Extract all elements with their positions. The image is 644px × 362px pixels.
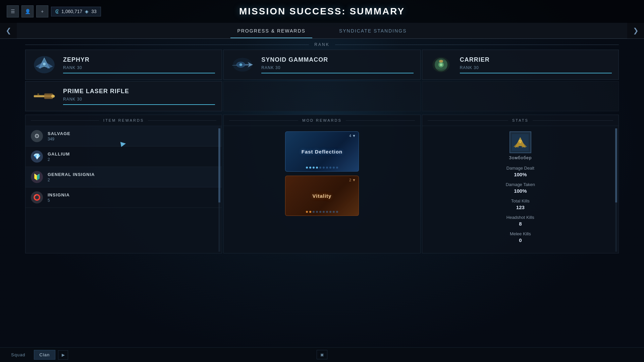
currency-amount: 1,060,717	[61, 9, 82, 14]
rank-item-zephyr: ZEPHYR RANK 30	[25, 50, 222, 80]
expand-icon: ▶	[62, 353, 65, 357]
mod-dot	[306, 211, 308, 213]
platinum-amount: 33	[91, 9, 97, 14]
prime-laser-rank-bar	[63, 104, 215, 105]
zephyr-rank: RANK 30	[63, 65, 215, 70]
nav-right-arrow[interactable]: ❯	[627, 22, 644, 39]
rank-header-line-right	[335, 45, 619, 45]
rank-item-empty-1	[223, 81, 420, 111]
list-item: 🔰 GENERAL INSIGNIA 2	[25, 167, 222, 187]
carrier-name: CARRIER	[460, 56, 612, 63]
list-item: 💎 GALLIUM 2	[25, 146, 222, 167]
mod-dot	[319, 211, 321, 213]
mod-rewards-content: 4 ▼ Fast Deflection	[224, 126, 420, 221]
mod-dot	[326, 167, 328, 169]
damage-taken-value: 100%	[429, 188, 612, 194]
svg-point-8	[440, 63, 442, 66]
prime-laser-rank-fill	[63, 104, 215, 105]
center-window-button[interactable]: ▣	[317, 350, 327, 359]
synoid-rank-bar	[261, 73, 413, 73]
mod-dot	[323, 167, 325, 169]
gallium-name: GALLIUM	[48, 152, 216, 157]
stats-header: STATS	[422, 115, 619, 126]
stats-section-label: STATS	[512, 118, 529, 122]
zephyr-rank-bar	[63, 73, 215, 73]
svg-point-4	[239, 63, 242, 66]
prime-laser-name: PRIME LASER RIFLE	[63, 88, 215, 95]
tab-syndicate-standings[interactable]: SYNDICATE STANDINGS	[332, 24, 414, 38]
item-rewards-label: ITEM REWARDS	[103, 118, 144, 122]
general-insignia-icon: 🔰	[31, 171, 43, 183]
stat-total-kills: Total Kills 123	[429, 198, 612, 210]
player-name: Зомбобер	[509, 155, 532, 160]
mod-dot	[326, 211, 328, 213]
item-rewards-scrollbar[interactable]	[218, 128, 220, 252]
synoid-info: SYNOID GAMMACOR RANK 30	[261, 56, 413, 73]
mod-dot	[333, 211, 335, 213]
total-kills-value: 123	[429, 204, 612, 210]
tab-progress-rewards[interactable]: PROGRESS & REWARDS	[230, 24, 312, 38]
vitality-name: Vitality	[313, 193, 332, 199]
player-avatar: Зомбобер	[429, 131, 612, 160]
vitality-rank: 2 ▼	[349, 178, 356, 182]
window-icon: ▣	[320, 353, 324, 357]
stat-damage-taken: Damage Taken 100%	[429, 182, 612, 194]
rank-section: RANK ZEPHYR RANK 30	[25, 42, 619, 111]
general-insignia-count: 2	[48, 178, 216, 182]
stats-scrollbar[interactable]	[615, 128, 617, 252]
stats-scrollbar-thumb	[615, 128, 617, 202]
stats-content: Зомбобер Damage Dealt 100% Damage Taken …	[422, 126, 619, 253]
mod-card-vitality[interactable]: 2 ▼ Vitality	[285, 176, 359, 216]
gallium-details: GALLIUM 2	[48, 152, 216, 162]
bottom-bar: Squad Clan ▶ ▣	[0, 347, 644, 362]
rank-grid-row2: PRIME LASER RIFLE RANK 30	[25, 81, 619, 111]
stats-header-line-right	[533, 120, 613, 121]
damage-dealt-label: Damage Dealt	[429, 166, 612, 171]
salvage-icon: ⚙	[31, 130, 43, 142]
mod-rewards-section: MOD REWARDS 4 ▼ Fast Deflection	[223, 115, 420, 253]
prime-laser-rank: RANK 30	[63, 97, 215, 102]
melee-kills-value: 0	[429, 237, 612, 243]
carrier-rank: RANK 30	[460, 65, 612, 70]
zephyr-info: ZEPHYR RANK 30	[63, 56, 215, 73]
rank-header-line-left	[25, 45, 309, 45]
mod-dot	[306, 167, 308, 169]
mod-card-fast-deflection[interactable]: 4 ▼ Fast Deflection	[285, 131, 359, 172]
damage-taken-label: Damage Taken	[429, 182, 612, 187]
mod-dot	[319, 167, 321, 169]
menu-button[interactable]: ☰	[7, 5, 19, 17]
melee-kills-label: Melee Kills	[429, 231, 612, 236]
carrier-info: CARRIER RANK 30	[460, 56, 612, 73]
profile-button[interactable]: 👤	[21, 5, 34, 17]
gallium-icon: 💎	[31, 150, 43, 163]
carrier-icon	[429, 54, 453, 75]
general-insignia-details: GENERAL INSIGNIA 2	[48, 172, 216, 182]
headshot-kills-value: 8	[429, 221, 612, 227]
rank-section-label: RANK	[314, 42, 329, 47]
squad-tab[interactable]: Squad	[5, 350, 31, 360]
top-bar: ☰ 👤 + ₢ 1,060,717 ◈ 33 MISSION SUCCESS: …	[0, 0, 644, 23]
salvage-details: SALVAGE 349	[48, 131, 216, 141]
currency-display: ₢ 1,060,717 ◈ 33	[51, 7, 101, 16]
vitality-dots	[306, 211, 338, 213]
svg-rect-12	[34, 96, 44, 97]
insignia-details: INSIGNIA 5	[48, 192, 216, 203]
general-insignia-name: GENERAL INSIGNIA	[48, 172, 216, 177]
add-button[interactable]: +	[36, 5, 48, 17]
mod-dot	[336, 211, 338, 213]
prime-laser-info: PRIME LASER RIFLE RANK 30	[63, 88, 215, 105]
clan-tab[interactable]: Clan	[34, 350, 56, 360]
navigation-tabs: ❮ PROGRESS & REWARDS SYNDICATE STANDINGS…	[0, 23, 644, 39]
expand-button[interactable]: ▶	[58, 350, 68, 360]
zephyr-name: ZEPHYR	[63, 56, 215, 63]
stats-header-line-left	[428, 120, 508, 121]
list-item: ⭕ INSIGNIA 5	[25, 187, 222, 208]
main-content: RANK ZEPHYR RANK 30	[0, 42, 644, 253]
synoid-name: SYNOID GAMMACOR	[261, 56, 413, 63]
item-list: ⚙ SALVAGE 349 💎 GALLIUM 2 🔰	[25, 126, 222, 208]
nav-left-arrow[interactable]: ❮	[0, 22, 17, 39]
salvage-count: 349	[48, 137, 216, 141]
credits-icon: ₢	[55, 8, 59, 15]
mod-header-line-left	[229, 120, 298, 121]
carrier-rank-bar	[460, 73, 612, 73]
